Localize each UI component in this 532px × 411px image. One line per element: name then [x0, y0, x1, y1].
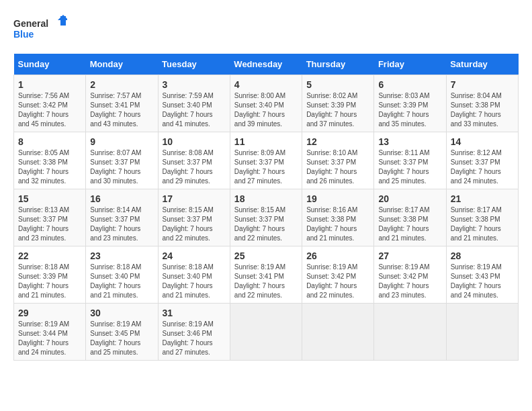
calendar-cell: 19Sunrise: 8:16 AMSunset: 3:38 PMDayligh… [302, 189, 374, 246]
day-number: 9 [90, 136, 153, 147]
calendar-cell: 16Sunrise: 8:14 AMSunset: 3:37 PMDayligh… [86, 189, 158, 246]
day-info: Sunrise: 8:19 AMSunset: 3:42 PMDaylight:… [306, 263, 369, 300]
day-number: 15 [18, 193, 81, 204]
day-info: Sunrise: 8:15 AMSunset: 3:37 PMDaylight:… [163, 205, 226, 243]
weekday-header: Thursday [302, 54, 374, 75]
day-info: Sunrise: 8:18 AMSunset: 3:39 PMDaylight:… [18, 263, 81, 300]
day-number: 19 [306, 193, 369, 204]
calendar-cell [446, 304, 518, 361]
calendar-cell: 26Sunrise: 8:19 AMSunset: 3:42 PMDayligh… [302, 246, 374, 304]
calendar-cell: 9Sunrise: 8:07 AMSunset: 3:37 PMDaylight… [86, 132, 158, 189]
day-info: Sunrise: 8:00 AMSunset: 3:40 PMDaylight:… [234, 91, 298, 129]
day-info: Sunrise: 8:08 AMSunset: 3:37 PMDaylight:… [163, 148, 226, 186]
calendar-week-row: 22Sunrise: 8:18 AMSunset: 3:39 PMDayligh… [14, 246, 519, 304]
logo: General Blue [13, 13, 67, 43]
weekday-header: Wednesday [230, 54, 302, 75]
calendar-week-row: 8Sunrise: 8:05 AMSunset: 3:38 PMDaylight… [14, 132, 519, 189]
calendar-cell: 12Sunrise: 8:10 AMSunset: 3:37 PMDayligh… [302, 132, 374, 189]
day-number: 16 [90, 193, 153, 204]
day-info: Sunrise: 8:09 AMSunset: 3:37 PMDaylight:… [234, 148, 298, 186]
day-info: Sunrise: 8:15 AMSunset: 3:37 PMDaylight:… [234, 205, 298, 243]
day-number: 10 [163, 136, 226, 147]
weekday-header: Sunday [14, 54, 86, 75]
day-info: Sunrise: 7:56 AMSunset: 3:42 PMDaylight:… [18, 91, 81, 129]
calendar-cell: 28Sunrise: 8:19 AMSunset: 3:43 PMDayligh… [446, 246, 518, 304]
day-info: Sunrise: 7:57 AMSunset: 3:41 PMDaylight:… [90, 91, 153, 129]
day-number: 4 [234, 79, 298, 90]
calendar-cell: 21Sunrise: 8:17 AMSunset: 3:38 PMDayligh… [446, 189, 518, 246]
calendar-cell: 3Sunrise: 7:59 AMSunset: 3:40 PMDaylight… [158, 75, 230, 132]
calendar-cell: 15Sunrise: 8:13 AMSunset: 3:37 PMDayligh… [14, 189, 86, 246]
day-info: Sunrise: 8:19 AMSunset: 3:44 PMDaylight:… [18, 320, 81, 357]
calendar-cell: 11Sunrise: 8:09 AMSunset: 3:37 PMDayligh… [230, 132, 302, 189]
calendar-cell: 29Sunrise: 8:19 AMSunset: 3:44 PMDayligh… [14, 304, 86, 361]
day-info: Sunrise: 8:19 AMSunset: 3:42 PMDaylight:… [378, 263, 441, 300]
day-info: Sunrise: 8:04 AMSunset: 3:38 PMDaylight:… [451, 91, 514, 129]
day-number: 2 [90, 79, 153, 90]
weekday-header: Saturday [446, 54, 518, 75]
day-number: 3 [163, 79, 226, 90]
day-info: Sunrise: 8:18 AMSunset: 3:40 PMDaylight:… [163, 263, 226, 300]
svg-marker-3 [58, 15, 67, 20]
day-info: Sunrise: 8:12 AMSunset: 3:37 PMDaylight:… [451, 148, 514, 186]
calendar-cell: 23Sunrise: 8:18 AMSunset: 3:40 PMDayligh… [86, 246, 158, 304]
calendar-cell: 17Sunrise: 8:15 AMSunset: 3:37 PMDayligh… [158, 189, 230, 246]
day-number: 29 [18, 308, 81, 318]
day-number: 22 [18, 250, 81, 261]
calendar-cell: 13Sunrise: 8:11 AMSunset: 3:37 PMDayligh… [374, 132, 446, 189]
calendar-cell: 18Sunrise: 8:15 AMSunset: 3:37 PMDayligh… [230, 189, 302, 246]
day-number: 13 [378, 136, 441, 147]
calendar-cell: 25Sunrise: 8:19 AMSunset: 3:41 PMDayligh… [230, 246, 302, 304]
weekday-header: Tuesday [158, 54, 230, 75]
weekday-header: Monday [86, 54, 158, 75]
calendar-cell: 8Sunrise: 8:05 AMSunset: 3:38 PMDaylight… [14, 132, 86, 189]
day-info: Sunrise: 8:19 AMSunset: 3:41 PMDaylight:… [234, 263, 298, 300]
day-info: Sunrise: 8:11 AMSunset: 3:37 PMDaylight:… [378, 148, 441, 186]
calendar-cell: 2Sunrise: 7:57 AMSunset: 3:41 PMDaylight… [86, 75, 158, 132]
calendar-cell [374, 304, 446, 361]
calendar-cell: 14Sunrise: 8:12 AMSunset: 3:37 PMDayligh… [446, 132, 518, 189]
calendar-cell: 7Sunrise: 8:04 AMSunset: 3:38 PMDaylight… [446, 75, 518, 132]
day-number: 23 [90, 250, 153, 261]
calendar-week-row: 1Sunrise: 7:56 AMSunset: 3:42 PMDaylight… [14, 75, 519, 132]
weekday-header: Friday [374, 54, 446, 75]
day-info: Sunrise: 8:14 AMSunset: 3:37 PMDaylight:… [90, 205, 153, 243]
calendar-header: SundayMondayTuesdayWednesdayThursdayFrid… [14, 54, 519, 75]
calendar-cell [230, 304, 302, 361]
day-info: Sunrise: 8:19 AMSunset: 3:45 PMDaylight:… [90, 320, 153, 357]
day-number: 7 [451, 79, 514, 90]
calendar-cell: 4Sunrise: 8:00 AMSunset: 3:40 PMDaylight… [230, 75, 302, 132]
day-number: 14 [451, 136, 514, 147]
calendar-cell: 30Sunrise: 8:19 AMSunset: 3:45 PMDayligh… [86, 304, 158, 361]
calendar-cell: 24Sunrise: 8:18 AMSunset: 3:40 PMDayligh… [158, 246, 230, 304]
day-number: 6 [378, 79, 441, 90]
day-info: Sunrise: 8:19 AMSunset: 3:43 PMDaylight:… [451, 263, 514, 300]
calendar-cell: 6Sunrise: 8:03 AMSunset: 3:39 PMDaylight… [374, 75, 446, 132]
day-number: 8 [18, 136, 81, 147]
calendar-cell: 22Sunrise: 8:18 AMSunset: 3:39 PMDayligh… [14, 246, 86, 304]
calendar-cell: 5Sunrise: 8:02 AMSunset: 3:39 PMDaylight… [302, 75, 374, 132]
calendar-cell: 10Sunrise: 8:08 AMSunset: 3:37 PMDayligh… [158, 132, 230, 189]
day-number: 20 [378, 193, 441, 204]
day-info: Sunrise: 8:18 AMSunset: 3:40 PMDaylight:… [90, 263, 153, 300]
day-number: 30 [90, 308, 153, 318]
day-info: Sunrise: 8:17 AMSunset: 3:38 PMDaylight:… [451, 205, 514, 243]
calendar-cell: 20Sunrise: 8:17 AMSunset: 3:38 PMDayligh… [374, 189, 446, 246]
day-number: 31 [163, 308, 226, 318]
calendar-cell: 1Sunrise: 7:56 AMSunset: 3:42 PMDaylight… [14, 75, 86, 132]
day-info: Sunrise: 8:07 AMSunset: 3:37 PMDaylight:… [90, 148, 153, 186]
calendar-table: SundayMondayTuesdayWednesdayThursdayFrid… [13, 54, 519, 361]
day-info: Sunrise: 8:16 AMSunset: 3:38 PMDaylight:… [306, 205, 369, 243]
day-number: 27 [378, 250, 441, 261]
day-number: 5 [306, 79, 369, 90]
logo-icon: General Blue [13, 13, 67, 43]
day-info: Sunrise: 8:02 AMSunset: 3:39 PMDaylight:… [306, 91, 369, 129]
calendar-week-row: 15Sunrise: 8:13 AMSunset: 3:37 PMDayligh… [14, 189, 519, 246]
calendar-week-row: 29Sunrise: 8:19 AMSunset: 3:44 PMDayligh… [14, 304, 519, 361]
day-info: Sunrise: 8:10 AMSunset: 3:37 PMDaylight:… [306, 148, 369, 186]
day-info: Sunrise: 8:19 AMSunset: 3:46 PMDaylight:… [163, 320, 226, 357]
day-info: Sunrise: 8:13 AMSunset: 3:37 PMDaylight:… [18, 205, 81, 243]
calendar-cell: 31Sunrise: 8:19 AMSunset: 3:46 PMDayligh… [158, 304, 230, 361]
svg-text:General: General [13, 18, 48, 29]
day-info: Sunrise: 8:05 AMSunset: 3:38 PMDaylight:… [18, 148, 81, 186]
